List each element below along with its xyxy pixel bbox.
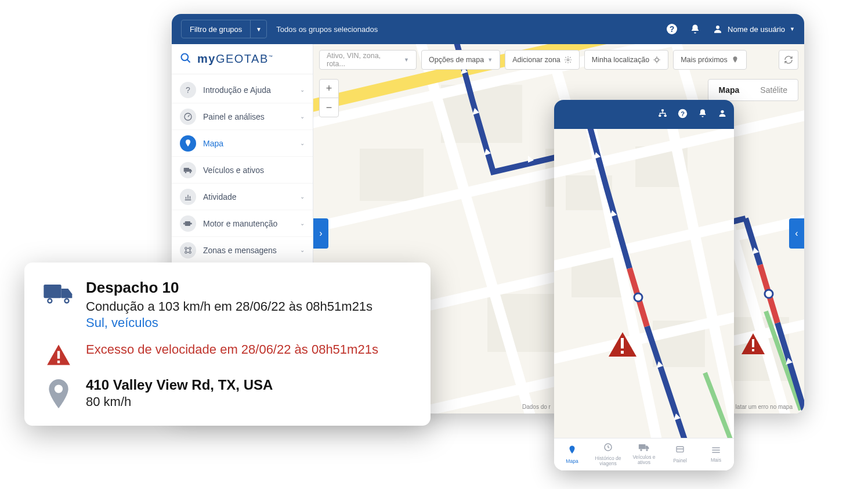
- username-label: Nome de usuário: [728, 25, 785, 34]
- truck-icon: [638, 443, 650, 454]
- help-circle-icon: ?: [180, 82, 196, 98]
- svg-point-12: [185, 247, 187, 249]
- panel-icon: [675, 445, 685, 457]
- zoom-in-button[interactable]: +: [320, 80, 338, 98]
- truck-icon: [180, 162, 196, 178]
- svg-rect-58: [621, 351, 624, 354]
- zoom-control: + −: [319, 79, 339, 117]
- svg-point-61: [640, 450, 642, 451]
- svg-text:?: ?: [670, 24, 675, 34]
- expand-left-button[interactable]: ›: [313, 218, 328, 249]
- chevron-down-icon: ⌄: [300, 87, 305, 93]
- help-icon[interactable]: ?: [666, 23, 678, 35]
- dispatch-title: Despacho 10: [86, 279, 413, 297]
- filter-caret-icon[interactable]: ▼: [250, 20, 266, 38]
- maptype-satellite[interactable]: Satélite: [750, 80, 798, 100]
- sidebar-item-engine[interactable]: Motor e manutenção⌄: [172, 210, 313, 237]
- marker-icon: [731, 56, 739, 64]
- help-icon[interactable]: ?: [678, 109, 688, 121]
- svg-point-3: [182, 53, 189, 60]
- expand-right-button[interactable]: ‹: [789, 218, 804, 249]
- hierarchy-icon[interactable]: [658, 109, 667, 120]
- refresh-button[interactable]: [779, 50, 798, 70]
- svg-point-71: [66, 300, 68, 303]
- topbar: Filtro de grupos ▼ Todos os grupos selec…: [172, 14, 804, 44]
- svg-line-4: [187, 59, 190, 62]
- mobile-tab-trips[interactable]: Histórico de viagens: [590, 438, 626, 470]
- chevron-down-icon: ⌄: [300, 113, 305, 120]
- group-filter-button[interactable]: Filtro de grupos ▼: [181, 20, 267, 38]
- search-icon[interactable]: [180, 52, 191, 66]
- mobile-tab-more[interactable]: Mais: [698, 438, 734, 470]
- sidebar-item-dashboard[interactable]: Painel e análises⌄: [172, 103, 313, 130]
- svg-point-15: [189, 251, 191, 253]
- svg-rect-73: [57, 351, 60, 358]
- vehicle-tags[interactable]: Sul, veículos: [86, 315, 413, 330]
- crosshair-icon: [653, 56, 661, 64]
- svg-rect-9: [185, 221, 190, 226]
- chevron-down-icon: ▼: [404, 57, 409, 63]
- svg-point-13: [189, 247, 191, 249]
- svg-rect-11: [190, 222, 192, 224]
- svg-rect-41: [659, 115, 661, 117]
- user-icon[interactable]: [718, 109, 727, 120]
- history-icon: [603, 442, 613, 455]
- gear-icon: [564, 56, 572, 64]
- nearest-button[interactable]: Mais próximos: [673, 50, 747, 70]
- map-attribution-right: latar um erro no mapa: [736, 404, 793, 410]
- svg-point-55: [634, 293, 642, 301]
- sidebar-item-map[interactable]: Mapa⌄: [172, 130, 313, 157]
- svg-rect-74: [57, 361, 60, 363]
- zoom-out-button[interactable]: −: [320, 98, 338, 117]
- maptype-map[interactable]: Mapa: [708, 80, 750, 100]
- chevron-down-icon: ▼: [790, 26, 795, 32]
- sidebar-item-intro[interactable]: ?Introdução e Ajuda⌄: [172, 77, 313, 103]
- svg-point-45: [721, 110, 724, 113]
- my-location-button[interactable]: Minha localização: [584, 50, 668, 70]
- svg-rect-10: [183, 222, 185, 224]
- chevron-down-icon: ⌄: [300, 247, 305, 253]
- gauge-icon: [180, 109, 196, 125]
- map-icon: [567, 445, 577, 458]
- svg-rect-40: [661, 109, 664, 111]
- svg-point-36: [765, 290, 773, 298]
- alert-text: Excesso de velocidade em 28/06/22 às 08h…: [86, 341, 413, 358]
- pin-icon: [42, 377, 75, 409]
- mobile-bottombar: Mapa Histórico de viagens Veículos e ati…: [554, 438, 734, 470]
- brand-row: myGEOTAB™: [172, 44, 313, 74]
- svg-rect-19: [360, 149, 424, 201]
- svg-rect-38: [752, 339, 754, 347]
- mobile-tab-dashboard[interactable]: Painel: [662, 438, 698, 470]
- svg-point-8: [190, 171, 191, 173]
- svg-point-17: [655, 58, 659, 62]
- mobile-map[interactable]: [554, 129, 734, 438]
- map-search-input[interactable]: Ativo, VIN, zona, rota...▼: [319, 50, 417, 70]
- svg-rect-42: [664, 115, 667, 117]
- filter-label: Filtro de grupos: [182, 25, 250, 34]
- sidebar-item-activity[interactable]: Atividade⌄: [172, 184, 313, 210]
- mobile-app-frame: ? Mapa Histórico de viagens Veículos e a…: [554, 100, 734, 470]
- svg-point-2: [716, 26, 719, 29]
- svg-point-69: [49, 300, 52, 303]
- sidebar-item-zones[interactable]: Zonas e mensagens⌄: [172, 237, 313, 264]
- map-options-button[interactable]: Opções de mapa▼: [421, 50, 500, 70]
- bell-icon[interactable]: [689, 23, 701, 35]
- map-toolbar: Ativo, VIN, zona, rota...▼ Opções de map…: [319, 50, 798, 70]
- menu-icon: [711, 446, 721, 456]
- mobile-tab-vehicles[interactable]: Veículos e ativos: [626, 438, 662, 470]
- chevron-down-icon: ⌄: [300, 220, 305, 226]
- vehicle-info-card: Despacho 10 Condução a 103 km/h em 28/06…: [24, 263, 431, 426]
- mobile-tab-map[interactable]: Mapa: [554, 438, 590, 470]
- svg-point-75: [55, 385, 63, 393]
- warning-icon: [42, 341, 75, 366]
- svg-text:?: ?: [681, 110, 685, 117]
- map-type-toggle: Mapa Satélite: [708, 79, 799, 101]
- user-menu-button[interactable]: Nome de usuário ▼: [713, 24, 795, 34]
- svg-rect-60: [639, 444, 646, 449]
- sidebar-item-vehicles[interactable]: Veículos e ativos: [172, 157, 313, 184]
- svg-point-14: [185, 251, 187, 253]
- add-zone-button[interactable]: Adicionar zona: [505, 50, 580, 70]
- svg-point-62: [646, 450, 648, 451]
- brand-logo: myGEOTAB™: [197, 52, 273, 66]
- bell-icon[interactable]: [698, 109, 707, 120]
